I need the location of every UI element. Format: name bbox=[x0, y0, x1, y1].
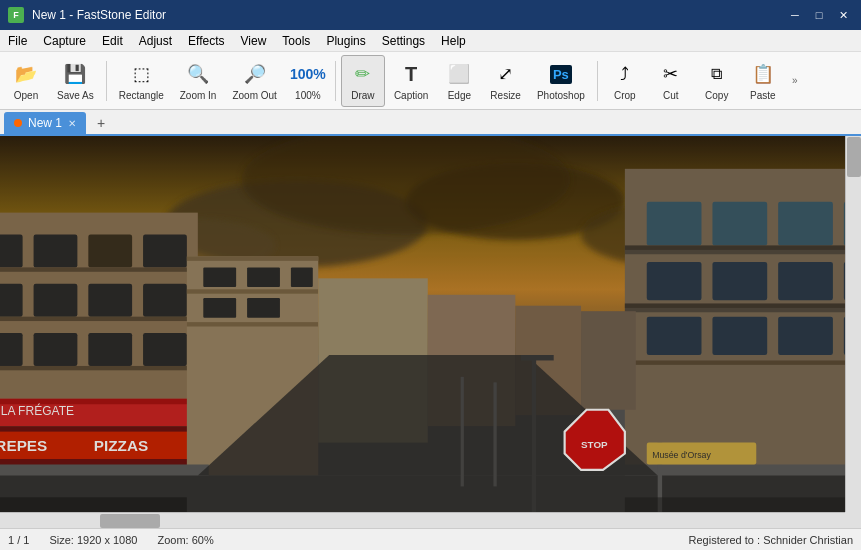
menu-help[interactable]: Help bbox=[433, 30, 474, 51]
menu-adjust[interactable]: Adjust bbox=[131, 30, 180, 51]
rectangle-label: Rectangle bbox=[119, 90, 164, 101]
open-icon: 📂 bbox=[12, 60, 40, 88]
resize-label: Resize bbox=[490, 90, 521, 101]
tab-new1[interactable]: New 1 ✕ bbox=[4, 112, 86, 134]
photoshop-label: Photoshop bbox=[537, 90, 585, 101]
copy-button[interactable]: ⧉ Copy bbox=[695, 55, 739, 107]
copy-label: Copy bbox=[705, 90, 728, 101]
copy-icon: ⧉ bbox=[703, 60, 731, 88]
menu-capture[interactable]: Capture bbox=[35, 30, 94, 51]
title-bar: F New 1 - FastStone Editor ─ □ ✕ bbox=[0, 0, 861, 30]
menu-view[interactable]: View bbox=[233, 30, 275, 51]
save-as-button[interactable]: 💾 Save As bbox=[50, 55, 101, 107]
tab-close-button[interactable]: ✕ bbox=[68, 118, 76, 129]
paste-icon: 📋 bbox=[749, 60, 777, 88]
app-icon: F bbox=[8, 7, 24, 23]
100-percent-icon: 100% bbox=[294, 60, 322, 88]
menu-settings[interactable]: Settings bbox=[374, 30, 433, 51]
add-tab-button[interactable]: + bbox=[90, 112, 112, 134]
scroll-thumb-horizontal[interactable] bbox=[100, 514, 160, 528]
scroll-corner bbox=[845, 512, 861, 528]
draw-button[interactable]: ✏ Draw bbox=[341, 55, 385, 107]
image-area: CREPES PIZZAS LA FRÉGATE bbox=[0, 136, 861, 528]
separator-2 bbox=[335, 61, 336, 101]
separator-3 bbox=[597, 61, 598, 101]
crop-icon: ⤴ bbox=[611, 60, 639, 88]
crop-button[interactable]: ⤴ Crop bbox=[603, 55, 647, 107]
separator-1 bbox=[106, 61, 107, 101]
tab-dot-icon bbox=[14, 119, 22, 127]
caption-icon: T bbox=[397, 60, 425, 88]
zoom-out-button[interactable]: 🔎 Zoom Out bbox=[225, 55, 283, 107]
window-controls: ─ □ ✕ bbox=[785, 6, 853, 24]
rectangle-icon: ⬚ bbox=[127, 60, 155, 88]
cut-button[interactable]: ✂ Cut bbox=[649, 55, 693, 107]
zoom-in-icon: 🔍 bbox=[184, 60, 212, 88]
toolbar: 📂 Open 💾 Save As ⬚ Rectangle 🔍 Zoom In 🔎… bbox=[0, 52, 861, 110]
tab-label: New 1 bbox=[28, 116, 62, 130]
zoom-in-label: Zoom In bbox=[180, 90, 217, 101]
svg-rect-91 bbox=[0, 136, 861, 528]
save-icon: 💾 bbox=[61, 60, 89, 88]
scrollbar-vertical[interactable] bbox=[845, 136, 861, 512]
caption-label: Caption bbox=[394, 90, 428, 101]
scrollbar-horizontal[interactable] bbox=[0, 512, 845, 528]
zoom-out-label: Zoom Out bbox=[232, 90, 276, 101]
image-canvas: CREPES PIZZAS LA FRÉGATE bbox=[0, 136, 861, 528]
edge-icon: ⬜ bbox=[445, 60, 473, 88]
caption-button[interactable]: T Caption bbox=[387, 55, 435, 107]
menu-bar: File Capture Edit Adjust Effects View To… bbox=[0, 30, 861, 52]
cut-icon: ✂ bbox=[657, 60, 685, 88]
scroll-thumb-vertical[interactable] bbox=[847, 137, 861, 177]
zoom-out-icon: 🔎 bbox=[241, 60, 269, 88]
more-button[interactable]: » bbox=[787, 55, 803, 107]
save-label: Save As bbox=[57, 90, 94, 101]
paste-label: Paste bbox=[750, 90, 776, 101]
maximize-button[interactable]: □ bbox=[809, 6, 829, 24]
draw-label: Draw bbox=[351, 90, 374, 101]
cut-label: Cut bbox=[663, 90, 679, 101]
minimize-button[interactable]: ─ bbox=[785, 6, 805, 24]
100-percent-button[interactable]: 100% 100% bbox=[286, 55, 330, 107]
open-label: Open bbox=[14, 90, 38, 101]
menu-edit[interactable]: Edit bbox=[94, 30, 131, 51]
zoom-in-button[interactable]: 🔍 Zoom In bbox=[173, 55, 224, 107]
menu-plugins[interactable]: Plugins bbox=[318, 30, 373, 51]
photoshop-icon: Ps bbox=[547, 60, 575, 88]
image-size: Size: 1920 x 1080 bbox=[49, 534, 137, 546]
menu-effects[interactable]: Effects bbox=[180, 30, 232, 51]
status-bar: 1 / 1 Size: 1920 x 1080 Zoom: 60% Regist… bbox=[0, 528, 861, 550]
zoom-level: Zoom: 60% bbox=[157, 534, 213, 546]
tab-bar: New 1 ✕ + bbox=[0, 110, 861, 136]
window-title: New 1 - FastStone Editor bbox=[32, 8, 777, 22]
edge-button[interactable]: ⬜ Edge bbox=[437, 55, 481, 107]
photoshop-button[interactable]: Ps Photoshop bbox=[530, 55, 592, 107]
draw-icon: ✏ bbox=[349, 60, 377, 88]
edge-label: Edge bbox=[448, 90, 471, 101]
menu-tools[interactable]: Tools bbox=[274, 30, 318, 51]
registration-info: Registered to : Schnider Christian bbox=[689, 534, 853, 546]
resize-button[interactable]: ⤢ Resize bbox=[483, 55, 528, 107]
resize-icon: ⤢ bbox=[492, 60, 520, 88]
open-button[interactable]: 📂 Open bbox=[4, 55, 48, 107]
100-percent-label: 100% bbox=[295, 90, 321, 101]
close-button[interactable]: ✕ bbox=[833, 6, 853, 24]
rectangle-button[interactable]: ⬚ Rectangle bbox=[112, 55, 171, 107]
crop-label: Crop bbox=[614, 90, 636, 101]
menu-file[interactable]: File bbox=[0, 30, 35, 51]
page-info: 1 / 1 bbox=[8, 534, 29, 546]
paste-button[interactable]: 📋 Paste bbox=[741, 55, 785, 107]
